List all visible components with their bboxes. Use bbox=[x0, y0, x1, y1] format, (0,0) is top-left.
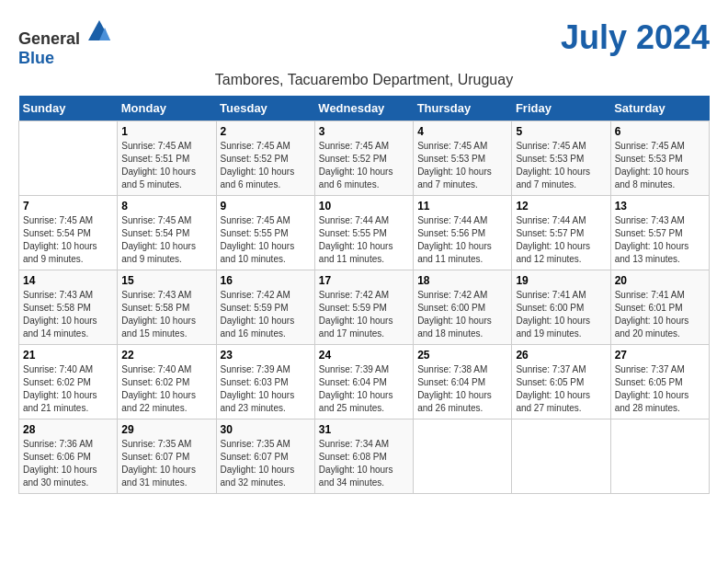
calendar-cell: 5Sunrise: 7:45 AMSunset: 5:53 PMDaylight… bbox=[512, 121, 610, 196]
day-number: 14 bbox=[23, 274, 113, 287]
day-info: Sunrise: 7:42 AMSunset: 6:00 PMDaylight:… bbox=[417, 289, 507, 340]
day-info: Sunrise: 7:45 AMSunset: 5:52 PMDaylight:… bbox=[319, 140, 409, 191]
day-number: 13 bbox=[615, 200, 705, 213]
calendar-cell: 24Sunrise: 7:39 AMSunset: 6:04 PMDayligh… bbox=[314, 345, 413, 419]
day-info: Sunrise: 7:45 AMSunset: 5:54 PMDaylight:… bbox=[23, 214, 113, 266]
day-number: 16 bbox=[221, 274, 311, 287]
day-number: 2 bbox=[221, 125, 311, 138]
day-number: 28 bbox=[23, 423, 113, 436]
day-number: 30 bbox=[221, 423, 311, 436]
day-info: Sunrise: 7:45 AMSunset: 5:53 PMDaylight:… bbox=[615, 140, 705, 191]
day-info: Sunrise: 7:39 AMSunset: 6:04 PMDaylight:… bbox=[319, 363, 409, 415]
calendar-cell: 22Sunrise: 7:40 AMSunset: 6:02 PMDayligh… bbox=[118, 345, 216, 419]
day-number: 23 bbox=[221, 349, 311, 362]
day-info: Sunrise: 7:45 AMSunset: 5:52 PMDaylight:… bbox=[221, 140, 311, 191]
day-info: Sunrise: 7:44 AMSunset: 5:57 PMDaylight:… bbox=[516, 214, 606, 266]
day-info: Sunrise: 7:41 AMSunset: 6:01 PMDaylight:… bbox=[615, 289, 705, 340]
calendar-cell: 10Sunrise: 7:44 AMSunset: 5:55 PMDayligh… bbox=[314, 196, 413, 270]
day-number: 4 bbox=[417, 125, 507, 138]
calendar-cell: 6Sunrise: 7:45 AMSunset: 5:53 PMDaylight… bbox=[610, 121, 709, 196]
day-number: 5 bbox=[516, 125, 606, 138]
day-info: Sunrise: 7:37 AMSunset: 6:05 PMDaylight:… bbox=[516, 363, 606, 415]
weekday-header: Thursday bbox=[414, 96, 512, 121]
logo-blue: Blue bbox=[18, 49, 54, 67]
calendar-cell: 19Sunrise: 7:41 AMSunset: 6:00 PMDayligh… bbox=[512, 270, 610, 345]
day-info: Sunrise: 7:40 AMSunset: 6:02 PMDaylight:… bbox=[23, 363, 113, 415]
calendar-week-row: 28Sunrise: 7:36 AMSunset: 6:06 PMDayligh… bbox=[19, 419, 710, 494]
calendar-cell: 26Sunrise: 7:37 AMSunset: 6:05 PMDayligh… bbox=[512, 345, 610, 419]
calendar-cell: 20Sunrise: 7:41 AMSunset: 6:01 PMDayligh… bbox=[610, 270, 709, 345]
calendar-cell: 15Sunrise: 7:43 AMSunset: 5:58 PMDayligh… bbox=[118, 270, 216, 345]
day-number: 20 bbox=[615, 274, 705, 287]
calendar-cell: 7Sunrise: 7:45 AMSunset: 5:54 PMDaylight… bbox=[19, 196, 118, 270]
day-number: 9 bbox=[221, 200, 311, 213]
calendar-table: SundayMondayTuesdayWednesdayThursdayFrid… bbox=[18, 96, 710, 494]
day-info: Sunrise: 7:34 AMSunset: 6:08 PMDaylight:… bbox=[319, 438, 409, 489]
day-info: Sunrise: 7:43 AMSunset: 5:58 PMDaylight:… bbox=[121, 289, 211, 340]
calendar-cell bbox=[19, 121, 118, 196]
weekday-header: Friday bbox=[512, 96, 610, 121]
calendar-cell: 2Sunrise: 7:45 AMSunset: 5:52 PMDaylight… bbox=[216, 121, 314, 196]
day-info: Sunrise: 7:35 AMSunset: 6:07 PMDaylight:… bbox=[121, 438, 211, 489]
weekday-header: Saturday bbox=[610, 96, 709, 121]
day-info: Sunrise: 7:36 AMSunset: 6:06 PMDaylight:… bbox=[23, 438, 113, 489]
day-number: 6 bbox=[615, 125, 705, 138]
calendar-cell: 12Sunrise: 7:44 AMSunset: 5:57 PMDayligh… bbox=[512, 196, 610, 270]
weekday-header: Monday bbox=[118, 96, 216, 121]
day-info: Sunrise: 7:45 AMSunset: 5:51 PMDaylight:… bbox=[121, 140, 211, 191]
calendar-cell: 11Sunrise: 7:44 AMSunset: 5:56 PMDayligh… bbox=[414, 196, 512, 270]
day-info: Sunrise: 7:40 AMSunset: 6:02 PMDaylight:… bbox=[121, 363, 211, 415]
day-info: Sunrise: 7:43 AMSunset: 5:58 PMDaylight:… bbox=[23, 289, 113, 340]
calendar-cell: 18Sunrise: 7:42 AMSunset: 6:00 PMDayligh… bbox=[414, 270, 512, 345]
calendar-cell: 17Sunrise: 7:42 AMSunset: 5:59 PMDayligh… bbox=[314, 270, 413, 345]
day-number: 21 bbox=[23, 349, 113, 362]
day-number: 8 bbox=[121, 200, 211, 213]
calendar-body: 1Sunrise: 7:45 AMSunset: 5:51 PMDaylight… bbox=[19, 121, 710, 494]
day-info: Sunrise: 7:45 AMSunset: 5:55 PMDaylight:… bbox=[221, 214, 311, 266]
calendar-cell: 8Sunrise: 7:45 AMSunset: 5:54 PMDaylight… bbox=[118, 196, 216, 270]
day-number: 27 bbox=[615, 349, 705, 362]
calendar-cell: 29Sunrise: 7:35 AMSunset: 6:07 PMDayligh… bbox=[118, 419, 216, 494]
day-number: 31 bbox=[319, 423, 409, 436]
day-info: Sunrise: 7:38 AMSunset: 6:04 PMDaylight:… bbox=[417, 363, 507, 415]
calendar-header: SundayMondayTuesdayWednesdayThursdayFrid… bbox=[19, 96, 710, 121]
day-info: Sunrise: 7:42 AMSunset: 5:59 PMDaylight:… bbox=[221, 289, 311, 340]
calendar-cell: 13Sunrise: 7:43 AMSunset: 5:57 PMDayligh… bbox=[610, 196, 709, 270]
day-number: 10 bbox=[319, 200, 409, 213]
calendar-cell: 31Sunrise: 7:34 AMSunset: 6:08 PMDayligh… bbox=[314, 419, 413, 494]
day-number: 18 bbox=[417, 274, 507, 287]
calendar-cell: 21Sunrise: 7:40 AMSunset: 6:02 PMDayligh… bbox=[19, 345, 118, 419]
day-info: Sunrise: 7:45 AMSunset: 5:53 PMDaylight:… bbox=[516, 140, 606, 191]
day-info: Sunrise: 7:37 AMSunset: 6:05 PMDaylight:… bbox=[615, 363, 705, 415]
calendar-cell: 30Sunrise: 7:35 AMSunset: 6:07 PMDayligh… bbox=[216, 419, 314, 494]
calendar-week-row: 21Sunrise: 7:40 AMSunset: 6:02 PMDayligh… bbox=[19, 345, 710, 419]
location-title: Tambores, Tacuarembo Department, Uruguay bbox=[18, 72, 710, 88]
calendar-cell bbox=[512, 419, 610, 494]
day-number: 11 bbox=[417, 200, 507, 213]
logo-general: General bbox=[18, 29, 80, 48]
logo-text: General Blue bbox=[18, 18, 112, 68]
day-number: 3 bbox=[319, 125, 409, 138]
logo: General Blue bbox=[18, 18, 112, 68]
weekday-header: Wednesday bbox=[314, 96, 413, 121]
calendar-cell: 27Sunrise: 7:37 AMSunset: 6:05 PMDayligh… bbox=[610, 345, 709, 419]
calendar-cell: 4Sunrise: 7:45 AMSunset: 5:53 PMDaylight… bbox=[414, 121, 512, 196]
day-number: 17 bbox=[319, 274, 409, 287]
calendar-cell: 14Sunrise: 7:43 AMSunset: 5:58 PMDayligh… bbox=[19, 270, 118, 345]
logo-icon bbox=[86, 18, 112, 44]
calendar-cell: 1Sunrise: 7:45 AMSunset: 5:51 PMDaylight… bbox=[118, 121, 216, 196]
calendar-cell: 16Sunrise: 7:42 AMSunset: 5:59 PMDayligh… bbox=[216, 270, 314, 345]
day-number: 26 bbox=[516, 349, 606, 362]
calendar-cell: 28Sunrise: 7:36 AMSunset: 6:06 PMDayligh… bbox=[19, 419, 118, 494]
calendar-cell: 3Sunrise: 7:45 AMSunset: 5:52 PMDaylight… bbox=[314, 121, 413, 196]
calendar-cell bbox=[610, 419, 709, 494]
day-info: Sunrise: 7:41 AMSunset: 6:00 PMDaylight:… bbox=[516, 289, 606, 340]
calendar-cell: 23Sunrise: 7:39 AMSunset: 6:03 PMDayligh… bbox=[216, 345, 314, 419]
weekday-header: Sunday bbox=[19, 96, 118, 121]
day-info: Sunrise: 7:35 AMSunset: 6:07 PMDaylight:… bbox=[221, 438, 311, 489]
header: General Blue July 2024 bbox=[18, 18, 710, 68]
day-info: Sunrise: 7:44 AMSunset: 5:56 PMDaylight:… bbox=[417, 214, 507, 266]
calendar-week-row: 7Sunrise: 7:45 AMSunset: 5:54 PMDaylight… bbox=[19, 196, 710, 270]
day-number: 7 bbox=[23, 200, 113, 213]
calendar-cell: 25Sunrise: 7:38 AMSunset: 6:04 PMDayligh… bbox=[414, 345, 512, 419]
